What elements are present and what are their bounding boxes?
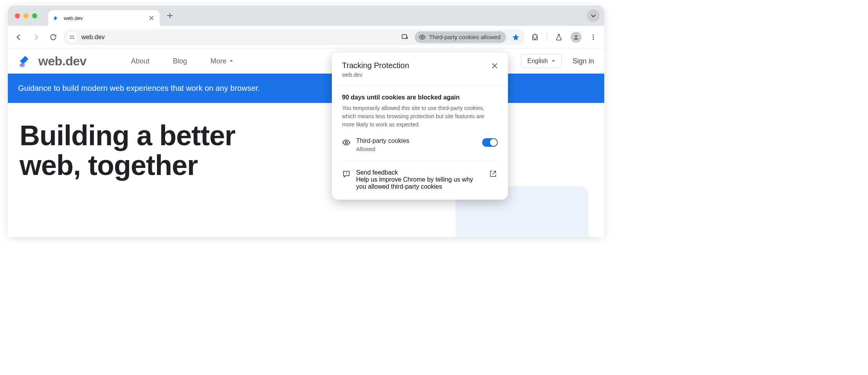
avatar-icon — [571, 32, 582, 43]
profile-button[interactable] — [569, 30, 583, 44]
hero-line2: web, together — [20, 150, 198, 181]
eye-icon — [342, 138, 351, 147]
bookmark-button[interactable] — [510, 31, 522, 43]
close-tab-button[interactable] — [148, 14, 155, 22]
open-external-icon — [489, 170, 498, 178]
labs-button[interactable] — [552, 30, 566, 44]
window-minimize-button[interactable] — [23, 13, 29, 18]
url-text: web.dev — [81, 34, 395, 41]
site-logo-text: web.dev — [38, 54, 86, 69]
svg-point-9 — [593, 36, 594, 38]
toolbar: web.dev Third-party cookies allowed — [8, 26, 604, 49]
language-label: English — [527, 58, 547, 65]
cookie-status-chip[interactable]: Third-party cookies allowed — [415, 31, 506, 43]
reload-button[interactable] — [46, 30, 60, 44]
cookie-chip-label: Third-party cookies allowed — [429, 34, 501, 40]
popup-title: Tracking Protection — [342, 61, 498, 70]
svg-rect-2 — [72, 36, 74, 36]
back-button[interactable] — [12, 30, 26, 44]
cookies-toggle[interactable] — [482, 138, 498, 147]
svg-point-8 — [593, 34, 594, 36]
browser-window: web.dev web.dev — [8, 5, 604, 237]
caret-down-icon — [229, 59, 234, 63]
chrome-menu-button[interactable] — [586, 30, 600, 44]
nav-more-label: More — [211, 57, 227, 65]
sign-in-link[interactable]: Sign in — [573, 57, 594, 65]
nav-more[interactable]: More — [211, 57, 234, 65]
eye-icon — [419, 34, 426, 41]
webdev-favicon — [53, 14, 60, 22]
site-header: web.dev About Blog More English Sign in — [8, 49, 604, 74]
window-maximize-button[interactable] — [32, 13, 37, 18]
window-close-button[interactable] — [15, 13, 20, 18]
page-content: web.dev About Blog More English Sign in … — [8, 49, 604, 237]
popup-header: Tracking Protection web.dev — [332, 52, 508, 85]
svg-point-3 — [73, 38, 74, 39]
svg-point-0 — [54, 19, 56, 21]
new-tab-button[interactable] — [164, 9, 176, 22]
popup-body: 90 days until cookies are blocked again … — [332, 85, 508, 200]
svg-point-12 — [345, 141, 348, 144]
caret-down-icon — [551, 59, 556, 63]
cookies-toggle-row: Third-party cookies Allowed — [342, 129, 498, 161]
feedback-title: Send feedback — [356, 169, 484, 176]
svg-rect-4 — [70, 38, 73, 38]
svg-point-10 — [593, 38, 594, 40]
popup-heading: 90 days until cookies are blocked again — [342, 94, 498, 101]
hero-line1: Building a better — [20, 120, 235, 151]
tab-strip: web.dev — [8, 5, 604, 26]
tracking-protection-popup: Tracking Protection web.dev 90 days unti… — [332, 52, 508, 200]
forward-button[interactable] — [29, 30, 43, 44]
toggle-status: Allowed — [356, 146, 477, 152]
toolbar-divider — [547, 33, 547, 41]
tab-overflow-button[interactable] — [587, 9, 600, 22]
site-logo[interactable]: web.dev — [18, 53, 86, 69]
popup-close-button[interactable] — [490, 61, 499, 70]
popup-site: web.dev — [342, 72, 498, 78]
address-bar[interactable]: web.dev Third-party cookies allowed — [63, 29, 525, 45]
svg-point-1 — [70, 36, 71, 37]
nav-blog[interactable]: Blog — [173, 57, 187, 65]
install-app-button[interactable] — [399, 31, 411, 43]
svg-point-6 — [421, 36, 423, 38]
feedback-icon — [342, 170, 351, 178]
header-right: English Sign in — [521, 54, 594, 68]
browser-tab[interactable]: web.dev — [48, 10, 160, 26]
feedback-row[interactable]: Send feedback Help us improve Chrome by … — [342, 161, 498, 200]
svg-point-7 — [575, 35, 577, 37]
nav-about[interactable]: About — [131, 57, 149, 65]
hero: Building a better web, together — [8, 103, 604, 180]
site-nav: About Blog More — [131, 57, 234, 65]
feedback-description: Help us improve Chrome by telling us why… — [356, 176, 484, 190]
language-selector[interactable]: English — [521, 54, 561, 68]
window-controls — [15, 13, 37, 18]
banner: Guidance to build modern web experiences… — [8, 74, 604, 103]
toggle-label: Third-party cookies — [356, 137, 477, 144]
popup-description: You temporarily allowed this site to use… — [342, 104, 498, 129]
extensions-button[interactable] — [528, 30, 542, 44]
tab-title: web.dev — [64, 15, 144, 21]
site-info-button[interactable] — [67, 32, 77, 43]
webdev-logo-icon — [18, 53, 34, 69]
